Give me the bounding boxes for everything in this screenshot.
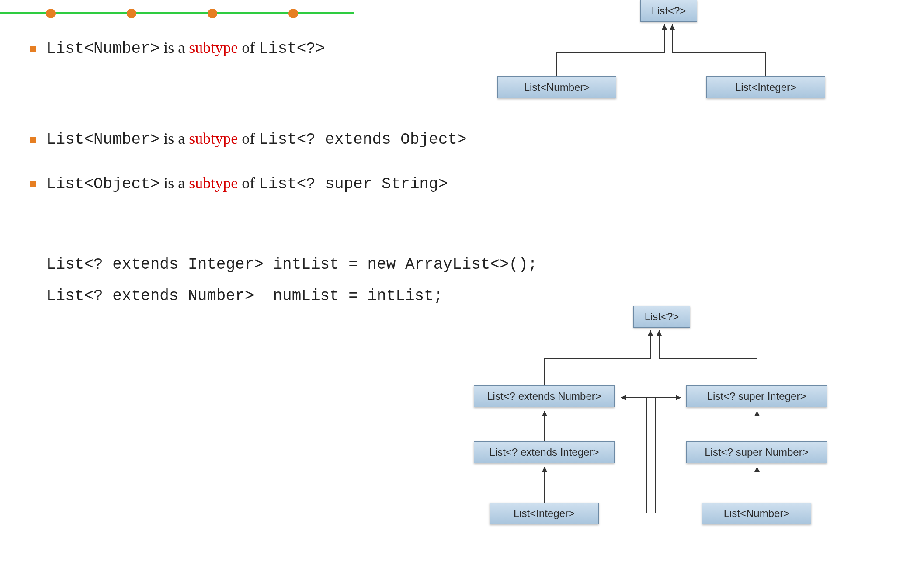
dot-icon — [127, 9, 136, 18]
bullet-2: List<Number> is a subtype of List<? exte… — [30, 129, 467, 149]
code-block: List<? extends Integer> intList = new Ar… — [46, 249, 537, 312]
text-span: of — [238, 39, 259, 56]
diagram-box: List<Integer> — [706, 76, 825, 98]
bullet-1: List<Number> is a subtype of List<?> — [30, 38, 325, 58]
bullet-icon — [30, 181, 36, 187]
bullet-1-text: List<Number> is a subtype of List<?> — [46, 38, 325, 58]
text-span-red: subtype — [189, 39, 238, 56]
bullet-3-text: List<Object> is a subtype of List<? supe… — [46, 174, 448, 193]
bullet-3: List<Object> is a subtype of List<? supe… — [30, 174, 448, 193]
diagram-box: List<Integer> — [490, 503, 599, 524]
code-line-2: List<? extends Number> numList = intList… — [46, 287, 443, 305]
diagram-box: List<? extends Number> — [474, 385, 615, 407]
bullet-2-text: List<Number> is a subtype of List<? exte… — [46, 129, 467, 149]
diagram-box: List<? extends Integer> — [474, 441, 615, 463]
text-span: of — [238, 130, 259, 147]
code-span: List<Number> — [46, 131, 160, 149]
text-span-red: subtype — [189, 174, 238, 192]
diagram-2-arrows — [474, 306, 841, 533]
diagram-box: List<Number> — [702, 503, 811, 524]
dot-icon — [46, 9, 56, 18]
code-span: List<? extends Object> — [259, 131, 466, 149]
diagram-box: List<?> — [640, 0, 697, 22]
code-span: List<? super String> — [259, 175, 448, 193]
dot-icon — [288, 9, 298, 18]
code-span: List<Object> — [46, 175, 160, 193]
code-line-1: List<? extends Integer> intList = new Ar… — [46, 256, 537, 274]
text-span: is a — [160, 130, 189, 147]
diagram-box: List<Number> — [497, 76, 616, 98]
code-span: List<Number> — [46, 40, 160, 58]
diagram-box: List<? super Number> — [686, 441, 827, 463]
text-span-red: subtype — [189, 130, 238, 147]
text-span: is a — [160, 39, 189, 56]
code-span: List<?> — [259, 40, 325, 58]
diagram-box: List<?> — [633, 306, 690, 328]
text-span: of — [238, 174, 259, 192]
text-span: is a — [160, 174, 189, 192]
bullet-icon — [30, 46, 36, 52]
dot-icon — [208, 9, 217, 18]
diagram-box: List<? super Integer> — [686, 385, 827, 407]
bullet-icon — [30, 137, 36, 143]
